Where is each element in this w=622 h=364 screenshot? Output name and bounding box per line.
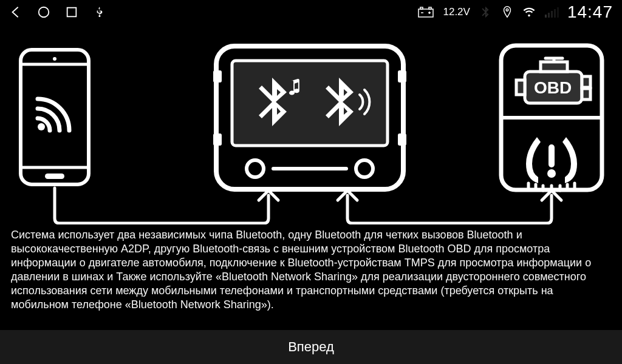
usb-icon (93, 5, 106, 19)
status-bar: 12.2V 14:47 (0, 0, 622, 24)
location-icon (501, 5, 514, 19)
svg-rect-12 (554, 9, 556, 18)
description-text: Система использует два независимых чипа … (0, 224, 622, 315)
bluetooth-diagram: OBD (0, 24, 622, 224)
next-button[interactable]: Вперед (0, 330, 622, 364)
car-battery-icon (417, 5, 434, 19)
svg-rect-13 (557, 7, 559, 18)
svg-point-0 (39, 7, 49, 18)
recent-apps-icon[interactable] (65, 5, 78, 19)
cellular-signal-icon (544, 5, 559, 19)
svg-rect-10 (548, 13, 550, 18)
home-icon[interactable] (37, 5, 50, 19)
svg-rect-22 (398, 70, 406, 83)
status-right: 12.2V 14:47 (417, 2, 613, 22)
svg-rect-18 (45, 174, 64, 179)
svg-rect-21 (213, 70, 222, 83)
obd-label: OBD (534, 78, 572, 97)
svg-rect-34 (582, 89, 590, 99)
svg-rect-24 (398, 133, 406, 146)
svg-rect-35 (541, 62, 567, 72)
svg-point-17 (53, 57, 56, 61)
svg-rect-4 (429, 7, 431, 9)
bluetooth-status-icon (479, 5, 492, 19)
svg-rect-9 (545, 15, 547, 18)
svg-rect-1 (67, 8, 77, 17)
obd-tpms-device-icon: OBD (498, 42, 605, 193)
wifi-icon (522, 5, 536, 19)
svg-rect-32 (516, 80, 525, 95)
svg-point-19 (38, 123, 45, 130)
svg-rect-39 (549, 144, 555, 167)
clock: 14:47 (567, 2, 613, 22)
svg-rect-11 (551, 11, 553, 18)
headunit-device-icon (213, 42, 407, 193)
svg-rect-33 (582, 76, 590, 87)
svg-rect-23 (213, 133, 222, 146)
next-button-label: Вперед (288, 339, 334, 355)
battery-voltage: 12.2V (443, 6, 470, 18)
svg-point-8 (506, 9, 508, 12)
svg-point-38 (547, 169, 556, 178)
svg-rect-3 (420, 7, 423, 9)
svg-point-26 (247, 160, 264, 177)
back-icon[interactable] (9, 5, 22, 19)
phone-device-icon (18, 47, 91, 187)
svg-rect-2 (419, 9, 433, 17)
svg-rect-25 (232, 61, 388, 146)
svg-point-27 (356, 160, 373, 177)
nav-controls (9, 5, 106, 19)
